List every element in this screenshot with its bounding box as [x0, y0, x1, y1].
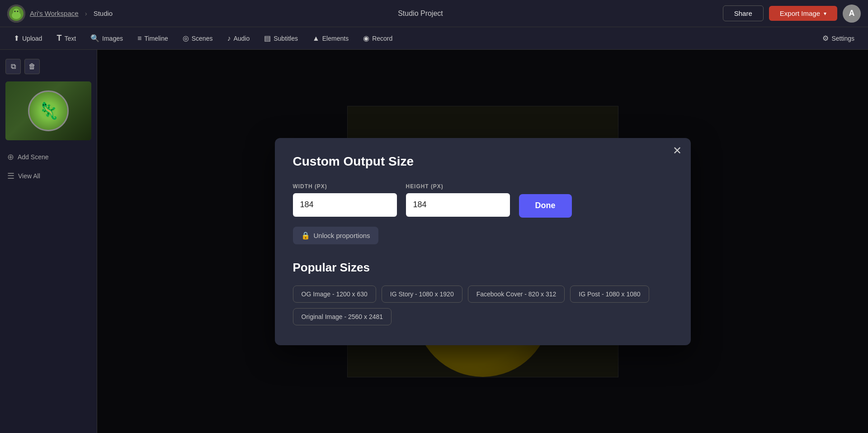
- thumbnail-image: 🦎: [5, 81, 91, 140]
- popular-size-4[interactable]: Original Image - 2560 x 2481: [293, 308, 392, 325]
- toolbar-upload-label: Upload: [22, 35, 42, 42]
- elements-icon: ▲: [312, 34, 320, 43]
- modal-overlay: ✕ Custom Output Size WIDTH (px) HEIGHT (…: [97, 50, 868, 433]
- svg-point-3: [13, 9, 19, 15]
- studio-label: Studio: [94, 10, 113, 17]
- toolbar-upload[interactable]: ⬆ Upload: [7, 31, 48, 45]
- svg-point-5: [17, 10, 19, 12]
- audio-icon: ♪: [227, 34, 231, 43]
- width-input-group: WIDTH (px): [293, 183, 397, 217]
- custom-output-size-modal: ✕ Custom Output Size WIDTH (px) HEIGHT (…: [275, 138, 691, 345]
- modal-close-button[interactable]: ✕: [673, 145, 682, 156]
- text-icon: T: [57, 33, 61, 43]
- unlock-proportions-button[interactable]: 🔒 Unlock proportions: [293, 227, 378, 244]
- popular-size-2[interactable]: Facebook Cover - 820 x 312: [468, 285, 565, 303]
- popular-sizes-grid: OG Image - 1200 x 630IG Story - 1080 x 1…: [293, 285, 673, 325]
- main-area: ⧉ 🗑 🦎 ⊕ Add Scene ☰ View All 🦎 ✕ Custom …: [0, 50, 868, 433]
- unlock-label: Unlock proportions: [314, 232, 370, 239]
- toolbar-audio-label: Audio: [233, 35, 250, 42]
- modal-title: Custom Output Size: [293, 154, 673, 169]
- scene-copy-button[interactable]: ⧉: [5, 59, 21, 74]
- share-button[interactable]: Share: [723, 5, 764, 21]
- toolbar-audio[interactable]: ♪ Audio: [221, 32, 256, 45]
- add-scene-icon: ⊕: [7, 152, 14, 162]
- toolbar-text-label: Text: [64, 35, 76, 42]
- record-icon: ◉: [363, 34, 369, 43]
- view-all-button[interactable]: ☰ View All: [0, 167, 97, 186]
- size-inputs-row: WIDTH (px) HEIGHT (px) Done: [293, 183, 673, 218]
- workspace-link[interactable]: Ari's Workspace: [30, 10, 79, 17]
- yoshi-icon: 🦎: [28, 90, 69, 131]
- toolbar-images[interactable]: 🔍 Images: [84, 31, 129, 45]
- nav-separator: ›: [85, 10, 87, 17]
- view-all-icon: ☰: [7, 171, 14, 181]
- nav-brand: Ari's Workspace › Studio: [7, 5, 113, 23]
- popular-sizes-title: Popular Sizes: [293, 261, 673, 275]
- toolbar-settings[interactable]: ⚙ Settings: [816, 31, 861, 45]
- toolbar-images-label: Images: [102, 35, 123, 42]
- view-all-label: View All: [18, 172, 40, 180]
- export-button[interactable]: Export Image ▾: [769, 6, 837, 21]
- popular-size-0[interactable]: OG Image - 1200 x 630: [293, 285, 376, 303]
- workspace-avatar: [7, 5, 25, 23]
- add-scene-label: Add Scene: [18, 153, 49, 161]
- toolbar-subtitles-label: Subtitles: [274, 35, 298, 42]
- popular-size-1[interactable]: IG Story - 1080 x 1920: [382, 285, 462, 303]
- toolbar-elements-label: Elements: [322, 35, 349, 42]
- scene-thumbnail: 🦎: [5, 81, 91, 140]
- canvas-area: 🦎 ✕ Custom Output Size WIDTH (px) HEIGHT…: [97, 50, 868, 433]
- sidebar: ⧉ 🗑 🦎 ⊕ Add Scene ☰ View All: [0, 50, 97, 433]
- toolbar-record[interactable]: ◉ Record: [357, 31, 399, 45]
- toolbar-settings-label: Settings: [831, 35, 854, 42]
- user-avatar[interactable]: A: [843, 5, 861, 23]
- toolbar-timeline[interactable]: ≡ Timeline: [131, 32, 175, 45]
- toolbar-scenes-label: Scenes: [192, 35, 213, 42]
- scenes-icon: ◎: [183, 34, 189, 43]
- height-input-group: HEIGHT (px): [406, 183, 510, 217]
- upload-icon: ⬆: [14, 34, 19, 43]
- height-label: HEIGHT (px): [406, 183, 510, 190]
- done-button[interactable]: Done: [519, 194, 572, 218]
- export-label: Export Image: [780, 10, 820, 17]
- height-input[interactable]: [406, 193, 510, 217]
- toolbar: ⬆ Upload T Text 🔍 Images ≡ Timeline ◎ Sc…: [0, 27, 868, 50]
- add-scene-button[interactable]: ⊕ Add Scene: [0, 148, 97, 167]
- images-icon: 🔍: [90, 34, 99, 43]
- export-chevron-icon: ▾: [824, 10, 826, 17]
- nav-right: Share Export Image ▾ A: [723, 5, 861, 23]
- top-nav: Ari's Workspace › Studio Studio Project …: [0, 0, 868, 27]
- project-title: Studio Project: [122, 10, 719, 18]
- toolbar-scenes[interactable]: ◎ Scenes: [176, 31, 219, 45]
- toolbar-text[interactable]: T Text: [50, 31, 82, 46]
- toolbar-record-label: Record: [372, 35, 392, 42]
- scene-delete-button[interactable]: 🗑: [24, 59, 40, 74]
- svg-point-4: [14, 10, 16, 12]
- width-input[interactable]: [293, 193, 397, 217]
- scene-controls: ⧉ 🗑: [0, 55, 97, 78]
- toolbar-elements[interactable]: ▲ Elements: [306, 32, 355, 45]
- popular-size-3[interactable]: IG Post - 1080 x 1080: [570, 285, 649, 303]
- toolbar-subtitles[interactable]: ▤ Subtitles: [258, 31, 304, 45]
- settings-icon: ⚙: [822, 34, 829, 43]
- toolbar-timeline-label: Timeline: [144, 35, 168, 42]
- width-label: WIDTH (px): [293, 183, 397, 190]
- timeline-icon: ≡: [137, 34, 142, 43]
- subtitles-icon: ▤: [264, 34, 271, 43]
- lock-icon: 🔒: [301, 231, 310, 240]
